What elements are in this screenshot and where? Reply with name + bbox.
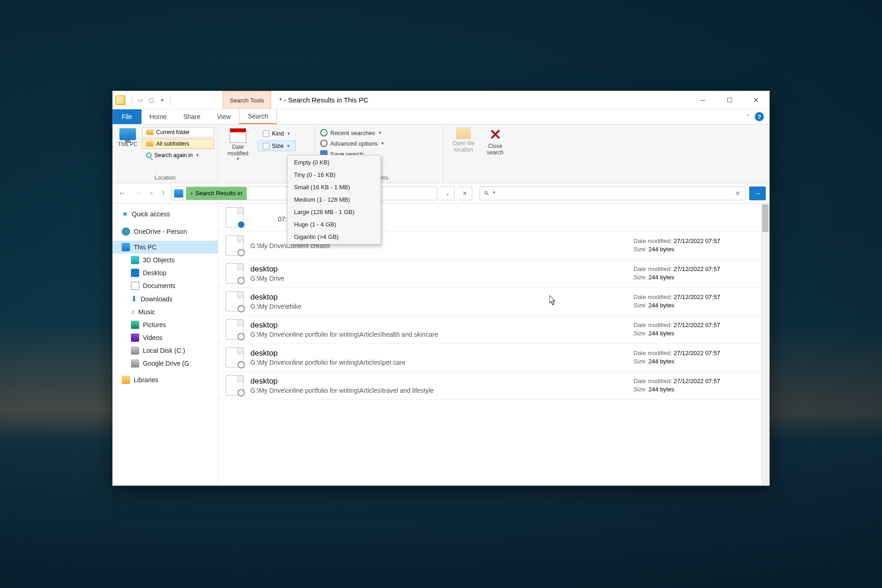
music-icon: ♪ [131,308,135,316]
sidebar-item-videos[interactable]: Videos [113,331,218,344]
search-box[interactable]: 🔍︎ * ✕ [480,187,746,200]
libraries-icon [122,376,130,384]
sidebar-item-quick-access[interactable]: ★Quick access [113,207,218,220]
size-option-small[interactable]: Small (16 KB - 1 MB) [288,181,380,193]
search-query[interactable]: * [493,190,730,197]
minimize-button[interactable]: ─ [690,91,716,109]
sidebar-item-music[interactable]: ♪Music [113,305,218,318]
refresh-stop-button[interactable]: ✕ [458,187,472,200]
qat-newfolder-icon[interactable]: ▢ [146,95,156,105]
result-path: G:\My Drive [250,275,627,282]
explorer-icon [115,95,125,105]
result-name: desktop [250,265,627,274]
calendar-icon [230,128,246,143]
download-icon: ⬇ [131,294,137,303]
close-x-icon: ✕ [489,127,502,142]
sidebar-item-pictures[interactable]: Pictures [113,318,218,331]
search-icon [146,153,152,158]
cloud-sync-icon [237,220,245,229]
open-file-location-button[interactable]: Open file location [450,127,477,182]
ribbon: This PC Current folder All subfolders Se… [113,124,769,183]
maximize-button[interactable]: ☐ [716,91,743,109]
list-item[interactable]: desktop G:\My Drive\online portfolio for… [218,316,769,344]
scrollbar-vertical[interactable] [761,204,769,486]
file-icon [226,235,244,255]
tab-home[interactable]: Home [141,109,175,124]
document-icon [263,130,269,137]
search-submit-button[interactable]: → [749,187,766,200]
sidebar-item-documents[interactable]: Documents [113,279,218,292]
forward-button[interactable]: → [132,187,144,199]
tab-share[interactable]: Share [175,109,209,124]
file-icon [226,263,244,283]
result-name: desktop [250,321,627,330]
this-pc-button[interactable]: This PC [116,126,139,160]
picture-icon [131,321,139,329]
config-badge-icon [237,305,245,312]
sidebar-item-local-disk[interactable]: Local Disk (C:) [113,344,218,357]
date-modified-button[interactable]: Date modified▼ [222,126,254,168]
help-icon[interactable]: ? [755,112,764,121]
scrollbar-thumb[interactable] [762,204,769,232]
size-option-medium[interactable]: Medium (1 - 128 MB) [288,193,380,206]
config-badge-icon [237,333,245,340]
qat-customize-icon[interactable]: ▾ [157,95,167,105]
size-option-tiny[interactable]: Tiny (0 - 16 KB) [288,169,380,181]
back-button[interactable]: ← [116,187,128,199]
advanced-options-button[interactable]: Advanced options ▼ [318,139,439,148]
qat-properties-icon[interactable]: ▭ [135,95,145,105]
size-option-large[interactable]: Large (128 MB - 1 GB) [288,206,380,218]
folder-up-icon [456,127,471,139]
up-button[interactable]: ↑ [159,187,167,199]
tab-search[interactable]: Search [239,109,277,124]
result-name: desktop [250,293,627,302]
clear-search-button[interactable]: ✕ [730,190,745,197]
list-item[interactable]: desktop G:\My Drive Date modified: 27/12… [218,260,769,288]
search-again-in-button[interactable]: Search again in ▼ [142,150,214,160]
sidebar-item-this-pc[interactable]: This PC [113,241,218,254]
list-item[interactable]: desktop G:\My Drive\online portfolio for… [218,372,769,400]
sidebar-item-onedrive[interactable]: OneDrive - Person [113,225,218,238]
size-button[interactable]: Size ▼ [258,141,296,151]
list-item[interactable]: desktop G:\My Drive\online portfolio for… [218,344,769,372]
location-group-label: Location [116,175,214,182]
size-option-empty[interactable]: Empty (0 KB) [288,156,380,169]
all-subfolders-button[interactable]: All subfolders [142,139,214,149]
sidebar-item-3d-objects[interactable]: 3D Objects [113,254,218,266]
ribbon-tabs: File Home Share View Search ⌃ ? [113,109,769,124]
file-icon [226,207,244,227]
sidebar-item-libraries[interactable]: Libraries [113,373,218,386]
config-badge-icon [237,389,245,396]
result-size: 244 bytes [649,246,674,253]
star-icon: ★ [122,209,128,218]
content-area: ★Quick access OneDrive - Person This PC … [113,204,769,486]
location-pc-icon [174,189,183,198]
sidebar-item-downloads[interactable]: ⬇Downloads [113,292,218,305]
clock-icon [320,129,328,136]
address-history-button[interactable]: ⌄ [441,187,455,200]
size-label: Size: [633,246,647,253]
config-badge-icon [237,277,245,284]
size-option-huge[interactable]: Huge (1 - 4 GB) [288,218,380,231]
recent-searches-button[interactable]: Recent searches ▼ [318,128,439,137]
navigation-pane: ★Quick access OneDrive - Person This PC … [113,204,218,486]
current-folder-button[interactable]: Current folder [142,127,214,137]
tab-view[interactable]: View [209,109,239,124]
recent-locations-button[interactable]: ▼ [147,190,156,197]
sidebar-item-desktop[interactable]: Desktop [113,266,218,279]
sidebar-item-google-drive[interactable]: Google Drive (G: [113,357,218,370]
config-badge-icon [237,249,245,256]
size-option-gigantic[interactable]: Gigantic (>4 GB) [288,231,380,243]
file-explorer-window: ▭ ▢ ▾ Search Tools * - Search Results in… [112,90,770,486]
list-item[interactable]: desktop G:\My Drive\ebike Date modified:… [218,288,769,316]
pc-icon [122,243,130,251]
tab-file[interactable]: File [113,109,141,124]
close-search-button[interactable]: ✕ Close search [484,127,507,182]
collapse-ribbon-icon[interactable]: ⌃ [746,113,750,120]
kind-button[interactable]: Kind ▼ [258,128,296,139]
monitor-icon [119,128,136,140]
titlebar: ▭ ▢ ▾ Search Tools * - Search Results in… [113,91,769,109]
close-button[interactable]: ✕ [743,91,769,109]
breadcrumb[interactable]: ›Search Results in [186,187,247,200]
result-path: G:\My Drive\online portfolio for writing… [250,359,627,366]
